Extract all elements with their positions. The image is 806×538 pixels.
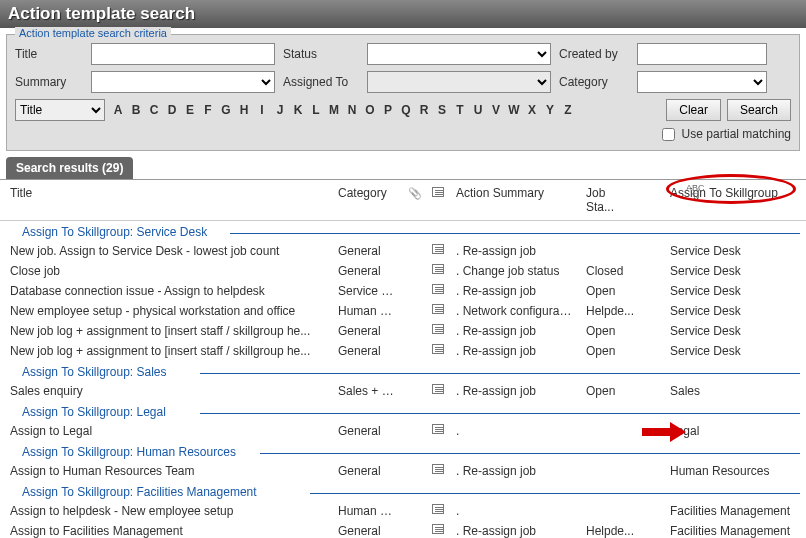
cell-status (580, 502, 642, 520)
letter-W[interactable]: W (507, 103, 521, 117)
search-button[interactable]: Search (727, 99, 791, 121)
col-skillgroup[interactable]: Assign To Skillgroup (642, 184, 806, 216)
letter-N[interactable]: N (345, 103, 359, 117)
cell-title: New employee setup - physical workstatio… (0, 302, 332, 320)
cell-category: General (332, 322, 402, 340)
letter-R[interactable]: R (417, 103, 431, 117)
form-icon (432, 264, 444, 274)
table-row[interactable]: Assign to Human Resources Team General .… (0, 461, 806, 481)
cell-summary: . Re-assign job (450, 282, 580, 300)
cell-type (426, 282, 450, 300)
letter-E[interactable]: E (183, 103, 197, 117)
table-row[interactable]: Assign to Facilities Management General … (0, 521, 806, 538)
letter-L[interactable]: L (309, 103, 323, 117)
letter-Y[interactable]: Y (543, 103, 557, 117)
col-category[interactable]: Category (332, 184, 402, 216)
results-tab[interactable]: Search results (29) (6, 157, 133, 179)
letter-U[interactable]: U (471, 103, 485, 117)
cell-type (426, 302, 450, 320)
table-row[interactable]: New job log + assignment to [insert staf… (0, 321, 806, 341)
cell-attach (402, 302, 426, 320)
table-row[interactable]: New job log + assignment to [insert staf… (0, 341, 806, 361)
cell-status (580, 422, 642, 440)
cell-skill: Sales (642, 382, 806, 400)
table-row[interactable]: New employee setup - physical workstatio… (0, 301, 806, 321)
select-summary[interactable] (91, 71, 275, 93)
clear-button[interactable]: Clear (666, 99, 721, 121)
letter-B[interactable]: B (129, 103, 143, 117)
letter-T[interactable]: T (453, 103, 467, 117)
group-header[interactable]: Assign To Skillgroup: Sales (0, 361, 806, 381)
table-row[interactable]: New job. Assign to Service Desk - lowest… (0, 241, 806, 261)
cell-skill: Service Desk (642, 302, 806, 320)
group-header[interactable]: Assign To Skillgroup: Human Resources (0, 441, 806, 461)
letter-H[interactable]: H (237, 103, 251, 117)
cell-type (426, 342, 450, 360)
select-assignedto[interactable] (367, 71, 551, 93)
cell-summary: . Re-assign job (450, 242, 580, 260)
cell-category: Human R... (332, 302, 402, 320)
cell-type (426, 242, 450, 260)
group-label: Assign To Skillgroup: Sales (22, 365, 167, 379)
group-header[interactable]: Assign To Skillgroup: Facilities Managem… (0, 481, 806, 501)
cell-type (426, 422, 450, 440)
form-icon (432, 244, 444, 254)
cell-category: Service D... (332, 282, 402, 300)
table-row[interactable]: Database connection issue - Assign to he… (0, 281, 806, 301)
letter-Z[interactable]: Z (561, 103, 575, 117)
cell-attach (402, 382, 426, 400)
cell-title: Database connection issue - Assign to he… (0, 282, 332, 300)
col-summary[interactable]: Action Summary (450, 184, 580, 216)
letter-I[interactable]: I (255, 103, 269, 117)
letter-S[interactable]: S (435, 103, 449, 117)
group-label: Assign To Skillgroup: Service Desk (22, 225, 207, 239)
col-type-icon[interactable] (426, 184, 450, 216)
input-createdby[interactable] (637, 43, 767, 65)
action-template-search-window: Action template search Action template s… (0, 0, 806, 538)
form-icon (432, 504, 444, 514)
letter-G[interactable]: G (219, 103, 233, 117)
cell-skill: Human Resources (642, 462, 806, 480)
letter-V[interactable]: V (489, 103, 503, 117)
cell-category: General (332, 262, 402, 280)
form-icon (432, 424, 444, 434)
label-createdby: Created by (559, 47, 629, 61)
cell-title: New job. Assign to Service Desk - lowest… (0, 242, 332, 260)
search-criteria-panel: Action template search criteria Title St… (6, 34, 800, 151)
form-icon (432, 187, 444, 197)
table-row[interactable]: Sales enquiry Sales + C... . Re-assign j… (0, 381, 806, 401)
col-attachment-icon[interactable] (402, 184, 426, 216)
table-row[interactable]: Assign to helpdesk - New employee setup … (0, 501, 806, 521)
cell-attach (402, 342, 426, 360)
cell-status: Closed (580, 262, 642, 280)
label-status: Status (283, 47, 359, 61)
col-status[interactable]: Job Sta... (580, 184, 642, 216)
cell-title: Sales enquiry (0, 382, 332, 400)
letter-K[interactable]: K (291, 103, 305, 117)
table-row[interactable]: Assign to Legal General . Legal (0, 421, 806, 441)
cell-category: General (332, 522, 402, 538)
input-title[interactable] (91, 43, 275, 65)
letter-A[interactable]: A (111, 103, 125, 117)
checkbox-partial-matching[interactable] (662, 128, 675, 141)
letter-J[interactable]: J (273, 103, 287, 117)
label-category: Category (559, 75, 629, 89)
group-label: Assign To Skillgroup: Legal (22, 405, 166, 419)
letter-D[interactable]: D (165, 103, 179, 117)
letter-F[interactable]: F (201, 103, 215, 117)
letter-X[interactable]: X (525, 103, 539, 117)
cell-title: Assign to Human Resources Team (0, 462, 332, 480)
table-row[interactable]: Close job General . Change job status Cl… (0, 261, 806, 281)
letter-C[interactable]: C (147, 103, 161, 117)
group-header[interactable]: Assign To Skillgroup: Legal (0, 401, 806, 421)
letter-Q[interactable]: Q (399, 103, 413, 117)
col-title[interactable]: Title (0, 184, 332, 216)
group-header[interactable]: Assign To Skillgroup: Service Desk (0, 221, 806, 241)
letter-M[interactable]: M (327, 103, 341, 117)
letter-O[interactable]: O (363, 103, 377, 117)
letter-P[interactable]: P (381, 103, 395, 117)
select-sort-field[interactable]: Title (15, 99, 105, 121)
select-status[interactable] (367, 43, 551, 65)
select-category[interactable] (637, 71, 767, 93)
cell-status: Open (580, 342, 642, 360)
